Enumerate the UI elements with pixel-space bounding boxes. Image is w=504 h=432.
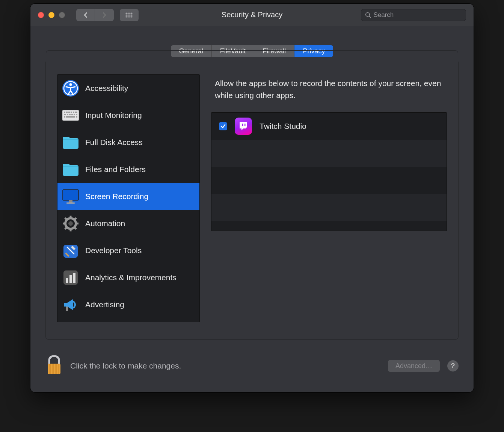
search-icon — [365, 12, 371, 18]
megaphone-icon — [62, 296, 79, 313]
app-row-empty — [211, 167, 447, 194]
display-icon — [62, 188, 79, 205]
svg-rect-53 — [242, 124, 243, 126]
svg-rect-32 — [76, 116, 77, 118]
detail-description: Allow the apps below to record the conte… — [211, 74, 447, 101]
sidebar-item-files-folders[interactable]: Files and Folders — [57, 156, 199, 183]
svg-rect-34 — [69, 200, 72, 202]
app-checkbox[interactable] — [219, 122, 227, 130]
detail-pane: Allow the apps below to record the conte… — [211, 74, 447, 328]
advanced-button[interactable]: Advanced… — [388, 360, 440, 372]
svg-rect-31 — [66, 116, 75, 118]
minimize-window-button[interactable] — [48, 12, 54, 18]
sidebar-item-screen-recording[interactable]: Screen Recording — [57, 183, 199, 210]
close-window-button[interactable] — [38, 12, 44, 18]
svg-point-37 — [68, 221, 73, 226]
titlebar: Security & Privacy — [30, 4, 474, 26]
svg-line-45 — [65, 227, 67, 229]
svg-rect-30 — [64, 116, 65, 118]
keyboard-icon — [62, 107, 79, 124]
svg-point-10 — [129, 16, 130, 17]
lock-icon[interactable] — [45, 355, 63, 377]
sidebar-item-label: Input Monitoring — [85, 111, 142, 120]
back-button[interactable] — [76, 9, 95, 21]
svg-line-43 — [74, 227, 76, 229]
chart-icon — [62, 269, 79, 286]
svg-rect-28 — [74, 114, 75, 115]
twitch-icon — [235, 118, 252, 135]
svg-rect-54 — [244, 124, 246, 126]
svg-point-11 — [131, 16, 132, 17]
app-row-twitch-studio[interactable]: Twitch Studio — [211, 113, 447, 140]
svg-rect-52 — [66, 307, 68, 311]
app-list: Twitch Studio — [211, 112, 447, 231]
svg-rect-23 — [75, 112, 77, 113]
sidebar-item-label: Developer Tools — [85, 246, 142, 255]
sidebar-item-developer-tools[interactable]: Developer Tools — [57, 237, 199, 264]
app-row-empty — [211, 140, 447, 167]
sidebar-item-label: Automation — [85, 219, 125, 228]
privacy-panel: Accessibility Input Monitoring Full Disk… — [45, 62, 459, 340]
sidebar-item-label: Full Disk Access — [85, 138, 143, 147]
search-field-wrap[interactable] — [361, 9, 466, 21]
sidebar-item-label: Accessibility — [85, 84, 128, 93]
sidebar-item-automation[interactable]: Automation — [57, 210, 199, 237]
show-all-button[interactable] — [120, 9, 139, 21]
sidebar-item-label: Files and Folders — [85, 165, 146, 174]
folder-icon — [62, 134, 79, 151]
svg-rect-35 — [66, 202, 75, 204]
traffic-lights — [38, 12, 65, 18]
forward-button — [95, 9, 114, 21]
nav-buttons — [76, 9, 114, 21]
svg-rect-33 — [63, 190, 78, 200]
svg-rect-25 — [67, 114, 68, 115]
app-name-label: Twitch Studio — [260, 122, 306, 131]
sidebar-item-input-monitoring[interactable]: Input Monitoring — [57, 102, 199, 129]
hammer-icon — [62, 242, 79, 259]
preferences-window: Security & Privacy General FileVault Fir… — [30, 4, 474, 392]
help-button[interactable]: ? — [447, 360, 459, 372]
svg-rect-51 — [73, 273, 75, 283]
svg-point-2 — [129, 12, 130, 14]
svg-point-1 — [127, 12, 128, 14]
svg-rect-27 — [71, 114, 73, 115]
svg-point-8 — [125, 16, 127, 17]
svg-point-5 — [127, 14, 128, 15]
sidebar-item-advertising[interactable]: Advertising — [57, 291, 199, 318]
svg-rect-29 — [76, 114, 77, 115]
svg-rect-49 — [66, 278, 68, 283]
svg-point-9 — [127, 16, 128, 17]
zoom-window-button — [59, 12, 65, 18]
svg-rect-21 — [71, 112, 72, 113]
svg-line-13 — [369, 16, 371, 17]
sidebar-item-label: Screen Recording — [85, 192, 148, 201]
svg-point-3 — [131, 12, 132, 14]
sidebar-item-label: Analytics & Improvements — [85, 273, 177, 282]
svg-point-4 — [125, 14, 127, 15]
folder-icon — [62, 161, 79, 178]
svg-rect-20 — [68, 112, 70, 113]
accessibility-icon — [62, 80, 79, 97]
svg-point-7 — [131, 14, 132, 15]
gear-icon — [62, 215, 79, 232]
sidebar-item-analytics[interactable]: Analytics & Improvements — [57, 264, 199, 291]
svg-rect-19 — [66, 112, 68, 113]
svg-line-44 — [74, 218, 76, 220]
svg-point-0 — [125, 12, 127, 14]
svg-rect-22 — [73, 112, 74, 113]
app-row-empty — [211, 221, 447, 231]
footer: Click the lock to make changes. Advanced… — [45, 355, 459, 377]
sidebar-item-full-disk-access[interactable]: Full Disk Access — [57, 129, 199, 156]
svg-rect-26 — [69, 114, 71, 115]
sidebar-item-label: Advertising — [85, 300, 124, 309]
svg-point-6 — [129, 14, 130, 15]
sidebar-item-accessibility[interactable]: Accessibility — [57, 75, 199, 102]
lock-label: Click the lock to make changes. — [70, 361, 181, 370]
svg-rect-18 — [64, 112, 65, 113]
svg-rect-55 — [48, 364, 60, 374]
svg-line-42 — [65, 218, 67, 220]
svg-rect-50 — [69, 275, 72, 283]
search-input[interactable] — [373, 11, 462, 19]
app-row-empty — [211, 194, 447, 221]
privacy-category-list[interactable]: Accessibility Input Monitoring Full Disk… — [57, 74, 200, 322]
